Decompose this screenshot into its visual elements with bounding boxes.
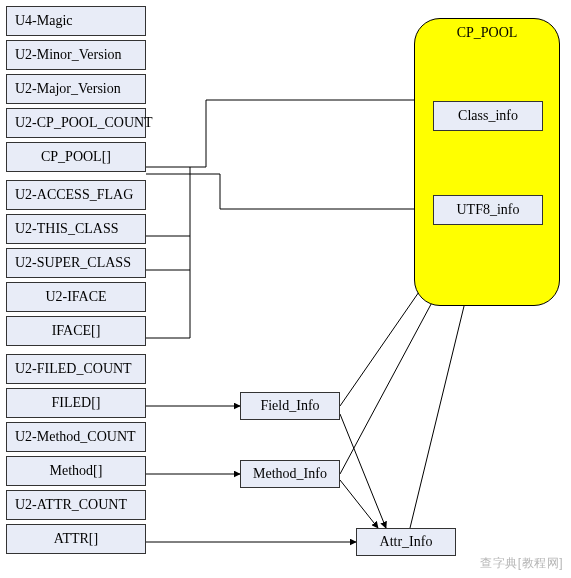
struct-method-array: Method[]	[6, 456, 146, 486]
label: U2-Method_COUNT	[15, 429, 136, 445]
label: U2-Major_Version	[15, 81, 121, 97]
struct-u2-attr-count: U2-ATTR_COUNT	[6, 490, 146, 520]
pool-utf8-info: UTF8_info	[433, 195, 543, 225]
label: Attr_Info	[380, 534, 433, 550]
struct-u2-iface: U2-IFACE	[6, 282, 146, 312]
struct-iface-array: IFACE[]	[6, 316, 146, 346]
label: UTF8_info	[457, 202, 520, 218]
label: U2-ACCESS_FLAG	[15, 187, 133, 203]
field-info-box: Field_Info	[240, 392, 340, 420]
struct-u2-major-version: U2-Major_Version	[6, 74, 146, 104]
label: U2-IFACE	[45, 289, 106, 305]
struct-u4-magic: U4-Magic	[6, 6, 146, 36]
label: U2-ATTR_COUNT	[15, 497, 127, 513]
label: U2-FILED_COUNT	[15, 361, 132, 377]
label: Class_info	[458, 108, 518, 124]
cp-pool-title: CP_POOL	[415, 25, 559, 41]
watermark-text: 查字典[教程网]	[480, 555, 563, 572]
label: CP_POOL[]	[41, 149, 111, 165]
pool-class-info: Class_info	[433, 101, 543, 131]
struct-u2-this-class: U2-THIS_CLASS	[6, 214, 146, 244]
label: Field_Info	[260, 398, 319, 414]
struct-u2-filed-count: U2-FILED_COUNT	[6, 354, 146, 384]
struct-attr-array: ATTR[]	[6, 524, 146, 554]
attr-info-box: Attr_Info	[356, 528, 456, 556]
label: FILED[]	[52, 395, 101, 411]
label: U2-CP_POOL_COUNT	[15, 115, 153, 131]
struct-u2-method-count: U2-Method_COUNT	[6, 422, 146, 452]
label: Method_Info	[253, 466, 327, 482]
cp-pool-container: CP_POOL Class_info UTF8_info	[414, 18, 560, 306]
label: U4-Magic	[15, 13, 73, 29]
label: U2-SUPER_CLASS	[15, 255, 131, 271]
struct-cp-pool-array: CP_POOL[]	[6, 142, 146, 172]
label: IFACE[]	[52, 323, 101, 339]
label: U2-THIS_CLASS	[15, 221, 118, 237]
label: Method[]	[50, 463, 103, 479]
label: ATTR[]	[54, 531, 98, 547]
label: 查字典[教程网]	[480, 556, 563, 570]
diagram-canvas: U4-Magic U2-Minor_Version U2-Major_Versi…	[0, 0, 571, 578]
struct-u2-minor-version: U2-Minor_Version	[6, 40, 146, 70]
struct-u2-cp-pool-count: U2-CP_POOL_COUNT	[6, 108, 146, 138]
label: CP_POOL	[457, 25, 518, 40]
struct-u2-super-class: U2-SUPER_CLASS	[6, 248, 146, 278]
label: U2-Minor_Version	[15, 47, 122, 63]
struct-u2-access-flag: U2-ACCESS_FLAG	[6, 180, 146, 210]
struct-filed-array: FILED[]	[6, 388, 146, 418]
method-info-box: Method_Info	[240, 460, 340, 488]
